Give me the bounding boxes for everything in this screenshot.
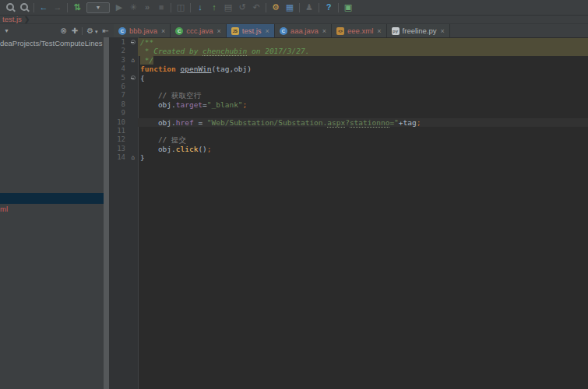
tab-close-icon[interactable]: × <box>440 27 444 35</box>
code-text: obj.href = "Web/Substation/Substation.as… <box>138 118 588 127</box>
search-icon[interactable] <box>3 0 17 15</box>
project-panel-scrollbar[interactable] <box>104 37 109 389</box>
fold-column <box>129 118 138 127</box>
code-token: obj. <box>140 145 176 153</box>
code-token: { <box>140 74 145 82</box>
toolbar-separator <box>171 3 171 12</box>
help-icon[interactable]: ? <box>322 0 336 15</box>
code-text <box>138 82 588 91</box>
sync-changes-icon[interactable]: ⇅ <box>70 0 84 15</box>
line-number: 14 <box>109 153 129 162</box>
locate-icon[interactable]: ⊗ <box>60 24 66 37</box>
tab-eee.xml[interactable]: <>eee.xml× <box>332 24 387 37</box>
project-tool-window[interactable]: deaProjects/TestComputeLines ml <box>0 37 104 389</box>
fold-start-icon[interactable] <box>129 74 138 82</box>
tree-item-xml-file[interactable]: ml <box>0 205 8 213</box>
skip-icon[interactable]: » <box>140 0 154 15</box>
code-token: function <box>140 65 176 73</box>
profiler-icon[interactable]: ◫ <box>174 0 188 15</box>
code-line-8[interactable]: 8 obj.target="_blank"; <box>109 100 588 109</box>
line-number: 11 <box>109 127 129 135</box>
search-replace-icon[interactable] <box>17 0 31 15</box>
undo-icon[interactable]: ↶ <box>249 0 263 15</box>
code-text <box>138 109 588 117</box>
code-token: "_blank" <box>207 100 243 109</box>
project-view-dropdown-icon[interactable]: ▼ <box>4 28 9 33</box>
project-panel-header: ▼ ⊗✚⚙▾⇤ <box>0 24 114 37</box>
stop-icon[interactable]: ■ <box>154 0 168 15</box>
fold-column <box>129 65 138 73</box>
code-editor[interactable]: 1/**2 * Created by chenchubin on 2017/3/… <box>109 37 588 389</box>
run-config-dropdown[interactable]: ▼ <box>86 2 110 13</box>
tab-close-icon[interactable]: × <box>322 27 326 35</box>
code-line-12[interactable]: 12 // 提交 <box>109 135 588 144</box>
hide-panel-icon[interactable]: ⇤ <box>103 24 109 37</box>
collapse-all-icon[interactable]: ✚ <box>72 24 78 37</box>
project-structure-icon[interactable]: ▦ <box>283 0 297 15</box>
tab-bbb.java[interactable]: Cbbb.java× <box>114 24 171 37</box>
toolbar-separator <box>299 3 300 12</box>
code-text: { <box>138 74 588 82</box>
code-token: } <box>140 153 145 162</box>
java-class-icon: C <box>118 27 126 35</box>
js-file-icon: JS <box>231 27 239 35</box>
tab-label: bbb.java <box>129 26 157 35</box>
line-number: 12 <box>109 135 129 144</box>
code-token: stationno <box>350 118 389 128</box>
fold-column <box>129 145 138 153</box>
run-coverage-icon[interactable]: ✳ <box>126 0 140 15</box>
tab-test.js[interactable]: JStest.js× <box>227 24 275 37</box>
code-token: (tag,obj) <box>212 65 252 73</box>
line-number: 4 <box>109 65 129 73</box>
line-number: 10 <box>109 118 129 127</box>
forward-icon[interactable]: → <box>51 0 65 15</box>
fold-column <box>129 109 138 117</box>
code-line-9[interactable]: 9 <box>109 109 588 117</box>
plugin-icon[interactable]: ▣ <box>341 0 355 15</box>
fold-end-icon[interactable] <box>129 56 138 65</box>
code-text: function openWin(tag,obj) <box>138 65 588 73</box>
code-text: */ <box>138 56 588 65</box>
code-line-6[interactable]: 6 <box>109 82 588 91</box>
code-line-10[interactable]: 10 obj.href = "Web/Substation/Substation… <box>109 118 588 127</box>
fold-end-icon[interactable] <box>129 153 138 162</box>
code-line-11[interactable]: 11 <box>109 127 588 135</box>
dropdown-caret-icon: ▾ <box>95 29 98 34</box>
editor-tab-bar: Cbbb.java×Cccc.java×JStest.js×Caaa.java×… <box>114 24 588 37</box>
fold-start-icon[interactable] <box>129 38 138 47</box>
code-token: "Web/Substation/Substation. <box>207 118 327 127</box>
line-number: 7 <box>109 91 129 100</box>
tab-close-icon[interactable]: × <box>266 27 269 35</box>
code-token: +tag <box>399 118 417 127</box>
code-line-14[interactable]: 14} <box>109 153 588 162</box>
ide-window: ←→⇅▼▶✳»■◫↓↑▤↺↶⚙▦♟?▣ test.js ❯ ▼ ⊗✚⚙▾⇤ Cb… <box>0 0 588 389</box>
code-line-1[interactable]: 1/** <box>109 38 588 47</box>
export-icon[interactable]: ♟ <box>302 0 316 15</box>
tab-freeline.py[interactable]: pyfreeline.py× <box>387 24 450 37</box>
tab-close-icon[interactable]: × <box>377 27 381 35</box>
settings-wrench-icon[interactable]: ⚙ <box>269 0 283 15</box>
project-root-node[interactable]: deaProjects/TestComputeLines <box>0 37 104 48</box>
breadcrumb-file[interactable]: test.js <box>2 16 22 23</box>
gear-icon[interactable]: ⚙▾ <box>86 24 97 38</box>
code-line-13[interactable]: 13 obj.click(); <box>109 145 588 153</box>
vcs-diff-icon[interactable]: ▤ <box>221 0 235 15</box>
code-line-4[interactable]: 4function openWin(tag,obj) <box>109 65 588 73</box>
code-line-2[interactable]: 2 * Created by chenchubin on 2017/3/27. <box>109 47 588 55</box>
vcs-commit-icon[interactable]: ↑ <box>207 0 221 15</box>
code-token: // 获取空行 <box>140 91 201 100</box>
tab-close-icon[interactable]: × <box>161 27 165 35</box>
tree-selected-row[interactable] <box>0 193 104 204</box>
vcs-revert-icon[interactable]: ↺ <box>235 0 249 15</box>
run-icon[interactable]: ▶ <box>112 0 126 15</box>
code-line-3[interactable]: 3 */ <box>109 56 588 65</box>
back-icon[interactable]: ← <box>37 0 51 15</box>
tab-close-icon[interactable]: × <box>217 27 221 35</box>
toolbar: ←→⇅▼▶✳»■◫↓↑▤↺↶⚙▦♟?▣ <box>0 0 588 16</box>
vcs-update-icon[interactable]: ↓ <box>193 0 207 15</box>
tab-ccc.java[interactable]: Cccc.java× <box>171 24 227 37</box>
code-line-5[interactable]: 5{ <box>109 74 588 82</box>
code-line-7[interactable]: 7 // 获取空行 <box>109 91 588 100</box>
tab-aaa.java[interactable]: Caaa.java× <box>275 24 332 37</box>
code-token: obj. <box>140 118 176 127</box>
